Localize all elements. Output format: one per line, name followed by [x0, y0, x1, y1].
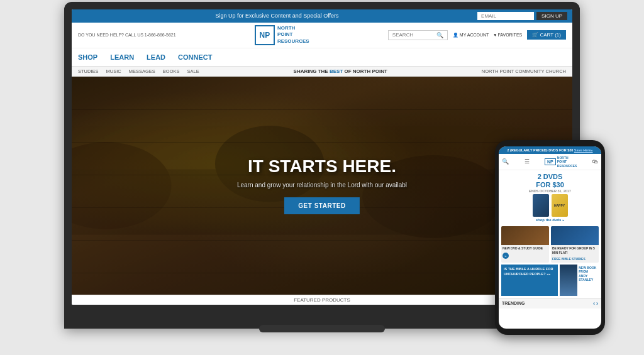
secondary-nav: STUDIES MUSIC MESSAGES BOOKS SALE SHARIN… — [72, 67, 572, 77]
logo-initials: NP — [255, 25, 275, 45]
secondary-nav-left: STUDIES MUSIC MESSAGES BOOKS SALE — [78, 68, 199, 74]
header: DO YOU NEED HELP? CALL US 1-866-866-5621… — [72, 23, 572, 48]
phone-dvd-row: HAPPY — [502, 194, 598, 217]
search-icon: 🔍 — [436, 32, 443, 38]
nav-books[interactable]: BOOKS — [163, 68, 180, 74]
main-nav: SHOP LEARN LEAD CONNECT — [72, 48, 572, 67]
phone-card-2[interactable]: BE READY FOR GROUP IN 5 MIN FLAT! FREE B… — [551, 226, 599, 263]
phone-dvd-title: 2 DVDS FOR $30 — [502, 173, 598, 189]
phone-card-1-text: NEW DVD & STUDY GUIDE — [501, 245, 549, 252]
scene: Sign Up for Exclusive Content and Specia… — [20, 8, 624, 347]
phone-trending-bar: TRENDING ‹ › — [499, 298, 601, 309]
account-link[interactable]: 👤 MY ACCOUNT — [453, 33, 489, 38]
phone-bottom-card-2[interactable]: NEW BOOK FROM ANDY STANLEY — [560, 265, 599, 296]
phone-dvd-promo: 2 DVDS FOR $30 ENDS OCTOBER 31, 2017 HAP… — [499, 170, 601, 224]
nav-item-shop[interactable]: SHOP — [78, 48, 97, 66]
nav-item-learn[interactable]: LEARN — [110, 48, 134, 66]
phone-prev-arrow[interactable]: ‹ — [593, 300, 595, 307]
phone-card-1-icon: » — [502, 253, 509, 259]
nav-messages[interactable]: MESSAGES — [129, 68, 155, 74]
header-right: 🔍 👤 MY ACCOUNT ♥ FAVORITES 🛒 CART (1) — [388, 30, 566, 40]
phone-card-2-sub: FREE BIBLE STUDIES — [551, 256, 599, 263]
phone-card-2-text: BE READY FOR GROUP IN 5 MIN FLAT! — [551, 245, 599, 256]
hero-subtitle: Learn and grow your relationship in the … — [237, 182, 407, 188]
phone-dvd-ends: ENDS OCTOBER 31, 2017 — [502, 189, 598, 193]
cart-button[interactable]: 🛒 CART (1) — [527, 30, 566, 40]
nav-item-connect[interactable]: CONNECT — [178, 48, 212, 66]
search-input[interactable] — [392, 32, 436, 38]
phone-screen: 2 (REGULARLY PRICED) DVDS FOR $30 Save H… — [499, 146, 601, 329]
hero-content: IT STARTS HERE. Learn and grow your rela… — [237, 156, 407, 214]
announcement-text: Sign Up for Exclusive Content and Specia… — [77, 13, 477, 19]
phone-cards-row1: NEW DVD & STUDY GUIDE » BE READY FOR GRO… — [499, 224, 601, 265]
nav-item-lead[interactable]: LEAD — [147, 48, 165, 66]
phone-nav-bar: 🔍 ☰ NP NORTHPOINTRESOURCES 🛍 — [499, 154, 601, 171]
phone-logo-name: NORTHPOINTRESOURCES — [557, 156, 577, 168]
phone-bottom-cards: IS THE BIBLE A HURDLE FOR UNCHURCHED PEO… — [499, 265, 601, 298]
phone-promo-bar: 2 (REGULARLY PRICED) DVDS FOR $30 Save H… — [499, 146, 601, 154]
phone-promo-link[interactable]: Save Here» — [574, 148, 593, 152]
phone-website: 2 (REGULARLY PRICED) DVDS FOR $30 Save H… — [499, 146, 601, 329]
announcement-bar: Sign Up for Exclusive Content and Specia… — [72, 9, 572, 23]
phone-card-1[interactable]: NEW DVD & STUDY GUIDE » — [501, 226, 549, 263]
hero-cta-button[interactable]: GET STARTED — [284, 197, 359, 214]
search-box[interactable]: 🔍 — [388, 30, 448, 40]
email-input[interactable] — [477, 12, 534, 20]
phone-trending-label: TRENDING — [502, 301, 525, 305]
phone-card-2-image — [551, 226, 599, 245]
phone-card-1-image — [501, 226, 549, 245]
phone-logo[interactable]: NP NORTHPOINTRESOURCES — [545, 156, 577, 168]
phone-next-arrow[interactable]: › — [596, 300, 598, 307]
phone-search-icon[interactable]: 🔍 — [502, 158, 509, 165]
phone-trending-arrows: ‹ › — [593, 300, 598, 307]
nav-music[interactable]: MUSIC — [106, 68, 121, 74]
help-text: DO YOU NEED HELP? CALL US 1-866-866-5621 — [78, 33, 176, 37]
logo-name: NORTH POINT RESOURCES — [277, 25, 309, 45]
phone-bag-icon[interactable]: 🛍 — [592, 158, 598, 165]
secondary-nav-tagline: SHARING THE BEST OF NORTH POINT — [294, 68, 387, 74]
phone-menu-icon[interactable]: ☰ — [525, 158, 530, 165]
hero-title: IT STARTS HERE. — [237, 156, 407, 177]
phone-bc2-image — [560, 265, 577, 296]
favorites-link[interactable]: ♥ FAVORITES — [494, 33, 522, 38]
signup-button[interactable]: SIGN UP — [536, 12, 567, 20]
phone: 2 (REGULARLY PRICED) DVDS FOR $30 Save H… — [495, 140, 605, 335]
monitor-base — [259, 325, 385, 332]
phone-logo-initials: NP — [545, 158, 556, 165]
nav-studies[interactable]: STUDIES — [78, 68, 99, 74]
nav-links: SHOP LEARN LEAD CONNECT — [78, 48, 212, 66]
phone-dvd-cover-2: HAPPY — [552, 194, 568, 217]
phone-shop-dvds-link[interactable]: shop the dvds » — [502, 218, 598, 222]
account-links: 👤 MY ACCOUNT ♥ FAVORITES — [453, 33, 522, 38]
nav-sale[interactable]: SALE — [187, 68, 199, 74]
phone-bottom-card-1[interactable]: IS THE BIBLE A HURDLE FOR UNCHURCHED PEO… — [501, 265, 558, 296]
secondary-nav-right: NORTH POINT COMMUNITY CHURCH — [482, 68, 566, 74]
phone-dvd-cover-1 — [533, 194, 549, 217]
phone-bc2-text: NEW BOOK FROM ANDY STANLEY — [577, 265, 599, 296]
logo[interactable]: NP NORTH POINT RESOURCES — [255, 25, 309, 45]
